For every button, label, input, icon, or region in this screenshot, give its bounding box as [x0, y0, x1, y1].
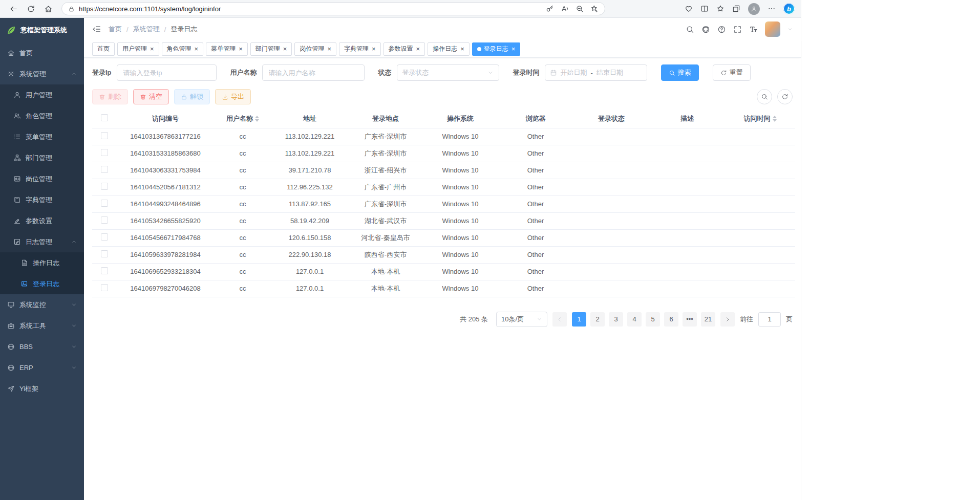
- split-screen-button[interactable]: [700, 2, 709, 15]
- sidebar-item-6[interactable]: 岗位管理: [0, 168, 84, 189]
- tab-9[interactable]: 登录日志×: [472, 42, 521, 56]
- page-button-2[interactable]: 2: [590, 312, 605, 327]
- favorites-add-button[interactable]: [590, 5, 599, 13]
- more-pages-button[interactable]: •••: [683, 312, 697, 327]
- sidebar-item-7[interactable]: 字典管理: [0, 189, 84, 210]
- tab-1[interactable]: 用户管理×: [117, 42, 159, 56]
- clear-button[interactable]: 清空: [133, 89, 169, 104]
- browser-profile-avatar[interactable]: [748, 3, 760, 15]
- tab-close-icon[interactable]: ×: [511, 46, 516, 52]
- page-button-1[interactable]: 1: [572, 312, 586, 327]
- row-checkbox[interactable]: [101, 233, 108, 241]
- tab-8[interactable]: 操作日志×: [428, 42, 470, 56]
- sidebar-toggle-button[interactable]: [92, 25, 101, 34]
- copilot-icon[interactable]: b: [783, 3, 795, 14]
- table-refresh-button[interactable]: [777, 89, 793, 104]
- sidebar-item-3[interactable]: 角色管理: [0, 105, 84, 126]
- avatar-menu-button[interactable]: [787, 27, 793, 32]
- fullscreen-button[interactable]: [733, 25, 742, 34]
- breadcrumb-item[interactable]: 首页: [109, 25, 122, 34]
- start-date-placeholder[interactable]: 开始日期: [561, 68, 587, 77]
- unlock-button[interactable]: 解锁: [174, 89, 210, 104]
- status-select[interactable]: 登录状态: [397, 64, 499, 81]
- tab-close-icon[interactable]: ×: [460, 46, 464, 52]
- user-name-input[interactable]: [262, 64, 365, 81]
- key-button[interactable]: [546, 5, 554, 13]
- back-button[interactable]: [6, 2, 20, 15]
- reset-button[interactable]: 重置: [713, 64, 751, 81]
- tab-5[interactable]: 岗位管理×: [294, 42, 336, 56]
- tab-6[interactable]: 字典管理×: [339, 42, 381, 56]
- address-bar[interactable]: https://ccnetcore.com:1101/system/log/lo…: [61, 2, 605, 15]
- end-date-placeholder[interactable]: 结束日期: [596, 68, 623, 77]
- sidebar-item-1[interactable]: 系统管理: [0, 63, 84, 84]
- sidebar-item-4[interactable]: 菜单管理: [0, 126, 84, 147]
- sidebar-item-12[interactable]: 系统监控: [0, 294, 84, 315]
- user-avatar[interactable]: [765, 21, 780, 37]
- row-checkbox[interactable]: [101, 149, 108, 156]
- sidebar-item-14[interactable]: BBS: [0, 336, 84, 357]
- row-checkbox[interactable]: [101, 132, 108, 139]
- tab-close-icon[interactable]: ×: [283, 46, 287, 52]
- sidebar-item-16[interactable]: Yi框架: [0, 378, 84, 399]
- sidebar-item-2[interactable]: 用户管理: [0, 84, 84, 105]
- page-button-4[interactable]: 4: [627, 312, 642, 327]
- search-button[interactable]: [686, 25, 694, 34]
- sidebar-item-10[interactable]: 操作日志: [0, 252, 84, 273]
- read-aloud-button[interactable]: [561, 5, 569, 13]
- row-checkbox[interactable]: [101, 216, 108, 224]
- row-checkbox[interactable]: [101, 200, 108, 207]
- select-all-checkbox[interactable]: [101, 114, 108, 121]
- page-button-5[interactable]: 5: [646, 312, 660, 327]
- row-checkbox[interactable]: [101, 183, 108, 190]
- zoom-out-button[interactable]: [576, 5, 584, 13]
- breadcrumb-item[interactable]: 系统管理: [133, 25, 160, 34]
- sidebar-item-13[interactable]: 系统工具: [0, 315, 84, 336]
- tab-4[interactable]: 部门管理×: [250, 42, 292, 56]
- page-button-3[interactable]: 3: [609, 312, 623, 327]
- tab-7[interactable]: 参数设置×: [384, 42, 425, 56]
- goto-page-input[interactable]: 1: [758, 312, 781, 327]
- font-size-button[interactable]: [749, 25, 758, 34]
- row-checkbox[interactable]: [101, 166, 108, 173]
- tab-close-icon[interactable]: ×: [194, 46, 199, 52]
- tab-close-icon[interactable]: ×: [150, 46, 154, 52]
- question-button[interactable]: [717, 25, 726, 34]
- search-button[interactable]: 搜索: [661, 64, 699, 81]
- home-button[interactable]: [41, 2, 55, 15]
- row-checkbox[interactable]: [101, 267, 108, 274]
- tab-3[interactable]: 菜单管理×: [206, 42, 248, 56]
- sort-icon[interactable]: [255, 116, 259, 122]
- page-button-6[interactable]: 6: [664, 312, 678, 327]
- refresh-button[interactable]: [24, 2, 38, 15]
- login-ip-input[interactable]: [117, 64, 217, 81]
- sidebar-item-9[interactable]: 日志管理: [0, 231, 84, 252]
- export-button[interactable]: 导出: [215, 89, 251, 104]
- collections-button[interactable]: [732, 2, 740, 15]
- favorites-button[interactable]: [716, 2, 725, 15]
- column-header[interactable]: 访问时间: [725, 110, 795, 128]
- column-header[interactable]: 用户名称: [214, 110, 271, 128]
- tab-close-icon[interactable]: ×: [238, 46, 243, 52]
- tab-2[interactable]: 角色管理×: [162, 42, 204, 56]
- sidebar-item-8[interactable]: 参数设置: [0, 210, 84, 231]
- page-size-select[interactable]: 10条/页: [496, 312, 547, 327]
- sort-icon[interactable]: [773, 116, 777, 122]
- sidebar-item-0[interactable]: 首页: [0, 42, 84, 63]
- github-button[interactable]: [701, 25, 710, 34]
- prev-page-button[interactable]: [552, 312, 567, 327]
- page-button-21[interactable]: 21: [701, 312, 715, 327]
- table-search-button[interactable]: [757, 89, 772, 104]
- essentials-button[interactable]: [685, 2, 693, 15]
- sidebar-item-11[interactable]: 登录日志: [0, 273, 84, 294]
- more-button[interactable]: [768, 2, 776, 15]
- delete-button[interactable]: 删除: [92, 89, 128, 104]
- tab-0[interactable]: 首页: [92, 42, 115, 56]
- sidebar-item-15[interactable]: ERP: [0, 357, 84, 378]
- row-checkbox[interactable]: [101, 250, 108, 257]
- next-page-button[interactable]: [720, 312, 735, 327]
- url-text[interactable]: https://ccnetcore.com:1101/system/log/lo…: [79, 5, 542, 13]
- row-checkbox[interactable]: [101, 284, 108, 291]
- login-time-range[interactable]: 开始日期 - 结束日期: [545, 64, 647, 81]
- tab-close-icon[interactable]: ×: [371, 46, 376, 52]
